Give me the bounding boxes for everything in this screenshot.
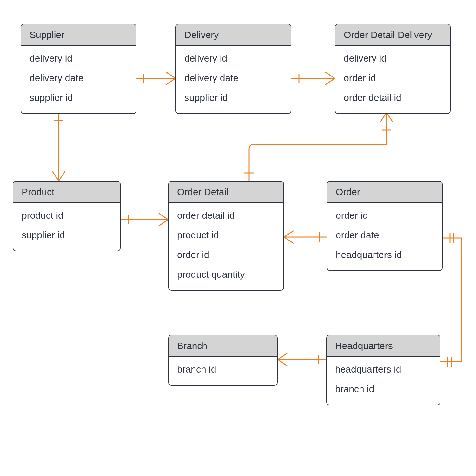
svg-line-7 (325, 78, 335, 85)
attr: order id (336, 206, 442, 225)
entity-order[interactable]: Order order id order date headquarters i… (327, 181, 443, 271)
attr: order detail id (344, 88, 450, 108)
entity-title: Supplier (21, 24, 136, 46)
rel-orderdetail-orderdetaildelivery (244, 113, 393, 181)
attr: supplier id (184, 88, 291, 108)
rel-order-headquarters (440, 233, 462, 367)
entity-order-detail-delivery[interactable]: Order Detail Delivery delivery id order … (335, 24, 451, 114)
attr: headquarters id (335, 360, 440, 379)
entity-order-detail[interactable]: Order Detail order detail id product id … (168, 181, 284, 291)
entity-attributes: order detail id product id order id prod… (169, 203, 283, 290)
entity-attributes: delivery id delivery date supplier id (21, 46, 136, 113)
svg-line-30 (278, 360, 287, 366)
entity-attributes: order id order date headquarters id (327, 203, 442, 270)
attr: order detail id (177, 206, 283, 225)
attr: supplier id (30, 88, 136, 108)
svg-line-15 (159, 220, 168, 226)
entity-title: Headquarters (327, 335, 440, 357)
entity-headquarters[interactable]: Headquarters headquarters id branch id (326, 335, 440, 405)
entity-attributes: product id supplier id (13, 203, 120, 251)
attr: order id (177, 245, 283, 265)
attr: product id (177, 225, 283, 245)
attr: order id (344, 68, 450, 88)
svg-line-3 (166, 78, 175, 85)
entity-attributes: branch id (169, 357, 277, 385)
svg-line-18 (284, 237, 294, 243)
rel-product-orderdetail (121, 213, 168, 226)
attr: delivery date (184, 68, 291, 88)
attr: delivery id (184, 49, 291, 68)
rel-orderdetail-order (284, 231, 327, 243)
entity-title: Order Detail Delivery (335, 24, 450, 46)
attr: order date (336, 225, 442, 245)
svg-line-17 (284, 231, 294, 237)
rel-delivery-orderdetaildelivery (291, 72, 335, 85)
entity-delivery[interactable]: Delivery delivery id delivery date suppl… (175, 24, 291, 114)
attr: product quantity (177, 265, 283, 284)
rel-supplier-product (52, 113, 65, 181)
entity-title: Delivery (176, 24, 291, 46)
entity-title: Order (327, 182, 442, 203)
attr: branch id (177, 360, 277, 379)
entity-title: Order Detail (169, 182, 283, 203)
svg-line-6 (325, 72, 335, 78)
entity-product[interactable]: Product product id supplier id (13, 181, 121, 251)
attr: supplier id (22, 225, 120, 245)
svg-line-29 (278, 353, 287, 360)
entity-attributes: delivery id delivery date supplier id (176, 46, 291, 113)
svg-line-21 (380, 113, 387, 122)
entity-title: Branch (169, 335, 277, 357)
svg-line-11 (59, 171, 65, 181)
attr: delivery date (30, 68, 136, 88)
entity-attributes: delivery id order id order detail id (335, 46, 450, 113)
attr: delivery id (344, 49, 450, 68)
entity-title: Product (13, 182, 120, 203)
attr: branch id (335, 379, 440, 399)
entity-supplier[interactable]: Supplier delivery id delivery date suppl… (21, 24, 136, 114)
entity-attributes: headquarters id branch id (327, 357, 440, 405)
entity-branch[interactable]: Branch branch id (168, 335, 278, 386)
svg-line-22 (387, 113, 393, 122)
er-diagram: Supplier delivery id delivery date suppl… (0, 0, 476, 476)
attr: product id (22, 206, 120, 225)
svg-line-10 (52, 171, 59, 181)
attr: headquarters id (336, 245, 442, 265)
svg-line-2 (166, 72, 175, 78)
attr: delivery id (30, 49, 136, 68)
rel-supplier-delivery (136, 72, 175, 85)
rel-branch-headquarters (278, 353, 326, 366)
svg-line-14 (159, 213, 168, 220)
